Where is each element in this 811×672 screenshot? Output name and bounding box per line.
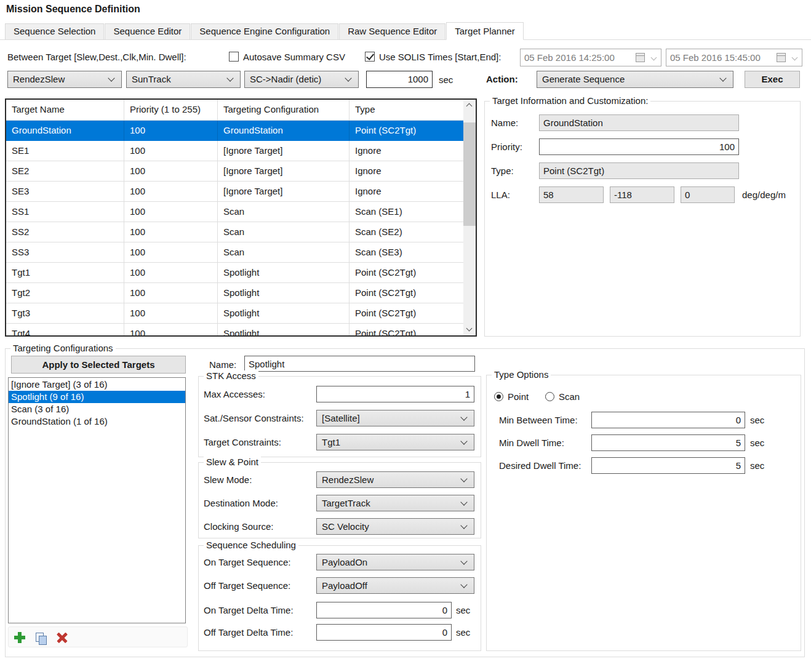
chevron-down-icon (460, 475, 467, 482)
cell-type: Point (SC2Tgt) (350, 324, 463, 335)
table-header-cell[interactable]: Priority (1 to 255) (124, 100, 218, 121)
target-table: Target NamePriority (1 to 255)Targeting … (5, 98, 477, 337)
clocking-mode-combo[interactable]: SC->Nadir (detic) (244, 71, 359, 88)
cell-type: Point (SC2Tgt) (350, 283, 463, 303)
table-row[interactable]: SS3 100 Scan Scan (SE3) (6, 242, 463, 263)
group-label: Targeting Configurations (10, 343, 116, 353)
list-item[interactable]: Scan (3 of 16) (9, 403, 185, 415)
off-target-sequence-combo[interactable]: PayloadOff (316, 577, 474, 594)
sec-unit-label: sec (456, 627, 470, 638)
action-combo[interactable]: Generate Sequence (537, 71, 733, 88)
table-header-cell[interactable]: Targeting Configuration (218, 100, 350, 121)
delete-configuration-icon[interactable] (55, 631, 69, 644)
max-accesses-label: Max Accesses: (204, 389, 265, 399)
cell-priority: 100 (124, 324, 218, 335)
list-item[interactable]: Spotlight (9 of 16) (9, 391, 185, 403)
slew-mode-combo[interactable]: RendezSlew (316, 471, 474, 488)
chevron-down-icon (460, 438, 467, 444)
min-dwell-time-input[interactable]: 5 (591, 434, 745, 451)
slew-point-group: Slew & Point Slew Mode: RendezSlew Desti… (198, 462, 481, 538)
cell-priority: 100 (124, 121, 218, 141)
off-target-sequence-label: Off Target Sequence: (204, 580, 290, 591)
table-header-cell[interactable]: Type (350, 100, 463, 121)
sat-sensor-constraints-combo[interactable]: [Satellite] (316, 410, 474, 426)
name-label: Name: (491, 118, 518, 128)
use-solis-times-checkbox[interactable]: Use SOLIS Times [Start,End]: (365, 50, 501, 63)
table-row[interactable]: Tgt1 100 Spotlight Point (SC2Tgt) (6, 263, 463, 283)
calendar-icon (636, 53, 645, 62)
table-scrollbar[interactable] (463, 100, 476, 335)
table-row[interactable]: SS2 100 Scan Scan (SE2) (6, 222, 463, 242)
scrollbar-thumb[interactable] (463, 122, 476, 226)
checkbox-icon[interactable] (365, 52, 375, 62)
on-target-delta-label: On Target Delta Time: (204, 605, 294, 615)
cell-targeting-configuration: [Ignore Target] (218, 141, 350, 161)
table-header-cell[interactable]: Target Name (6, 100, 124, 121)
off-target-delta-input[interactable]: 0 (316, 624, 452, 641)
cell-target-name: Tgt4 (6, 324, 124, 335)
apply-to-selected-targets-button[interactable]: Apply to Selected Targets (11, 356, 186, 374)
priority-input[interactable]: 100 (539, 138, 739, 155)
point-radio[interactable]: Point (494, 391, 529, 402)
on-target-delta-input[interactable]: 0 (316, 602, 452, 618)
sat-sensor-constraints-label: Sat./Sensor Constraints: (204, 413, 304, 423)
chevron-down-icon (460, 581, 467, 588)
on-target-sequence-combo[interactable]: PayloadOn (316, 554, 474, 570)
config-name-input[interactable]: Spotlight (244, 356, 475, 372)
copy-configuration-icon[interactable] (34, 632, 48, 646)
list-item[interactable]: GroundStation (1 of 16) (9, 415, 185, 428)
table-row[interactable]: SS1 100 Scan Scan (SE1) (6, 202, 463, 222)
cell-target-name: SE2 (6, 161, 124, 182)
on-target-sequence-label: On Target Sequence: (204, 557, 291, 567)
table-row[interactable]: SE2 100 [Ignore Target] Ignore (6, 161, 463, 182)
cell-type: Scan (SE1) (350, 202, 463, 222)
autosave-csv-checkbox[interactable]: Autosave Summary CSV (229, 50, 345, 63)
tab[interactable]: Sequence Engine Configuration (191, 23, 338, 39)
tab[interactable]: Sequence Editor (105, 23, 190, 39)
scroll-up-icon[interactable] (463, 100, 476, 111)
destination-mode-combo[interactable]: SunTrack (126, 71, 241, 88)
target-constraints-combo[interactable]: Tgt1 (316, 434, 474, 450)
desired-dwell-time-input[interactable]: 5 (591, 457, 745, 474)
scan-radio[interactable]: Scan (545, 391, 580, 402)
cell-type: Ignore (350, 182, 463, 202)
exec-button[interactable]: Exec (745, 71, 800, 88)
table-row[interactable]: Tgt2 100 Spotlight Point (SC2Tgt) (6, 283, 463, 303)
chevron-down-icon (792, 55, 798, 61)
table-row[interactable]: Tgt4 100 Spotlight Point (SC2Tgt) (6, 324, 463, 335)
radio-icon[interactable] (494, 392, 503, 401)
target-info-group: Target Information and Customization: Na… (484, 101, 801, 337)
table-row[interactable]: GroundStation 100 GroundStation Point (S… (6, 121, 463, 141)
tab[interactable]: Target Planner (446, 22, 524, 40)
add-configuration-icon[interactable] (13, 631, 26, 644)
calendar-icon (777, 53, 786, 62)
radio-icon[interactable] (545, 392, 554, 401)
scroll-down-icon[interactable] (463, 324, 476, 335)
chevron-down-icon (460, 558, 467, 564)
cell-target-name: SE3 (6, 182, 124, 202)
slew-mode-combo[interactable]: RendezSlew (7, 71, 122, 88)
table-row[interactable]: Tgt3 100 Spotlight Point (SC2Tgt) (6, 303, 463, 324)
tab[interactable]: Sequence Selection (5, 23, 104, 39)
tab-bar: Sequence Selection Sequence Editor Seque… (0, 23, 811, 40)
list-item[interactable]: [Ignore Target] (3 of 16) (9, 378, 185, 391)
max-accesses-input[interactable]: 1 (316, 386, 474, 402)
cell-target-name: Tgt3 (6, 303, 124, 324)
checkbox-icon[interactable] (229, 52, 239, 62)
end-time-picker[interactable]: 05 Feb 2016 15:45:00 (666, 49, 802, 66)
min-dwell-input[interactable]: 1000 (366, 71, 433, 88)
clocking-source-combo[interactable]: SC Velocity (316, 518, 474, 535)
between-target-label: Between Target [Slew,Dest.,Clk,Min. Dwel… (7, 52, 186, 62)
start-time-picker[interactable]: 05 Feb 2016 14:25:00 (520, 49, 661, 66)
cell-priority: 100 (124, 283, 218, 303)
lla-label: LLA: (491, 190, 510, 200)
min-between-time-input[interactable]: 0 (591, 412, 745, 428)
configurations-listbox[interactable]: [Ignore Target] (3 of 16)Spotlight (9 of… (8, 377, 186, 623)
table-body: GroundStation 100 GroundStation Point (S… (6, 121, 463, 335)
table-row[interactable]: SE1 100 [Ignore Target] Ignore (6, 141, 463, 161)
sequence-scheduling-group: Sequence Scheduling On Target Sequence: … (198, 545, 481, 651)
table-row[interactable]: SE3 100 [Ignore Target] Ignore (6, 182, 463, 202)
tab[interactable]: Raw Sequence Editor (339, 23, 445, 39)
cell-type: Ignore (350, 141, 463, 161)
destination-mode-combo[interactable]: TargetTrack (316, 495, 474, 511)
